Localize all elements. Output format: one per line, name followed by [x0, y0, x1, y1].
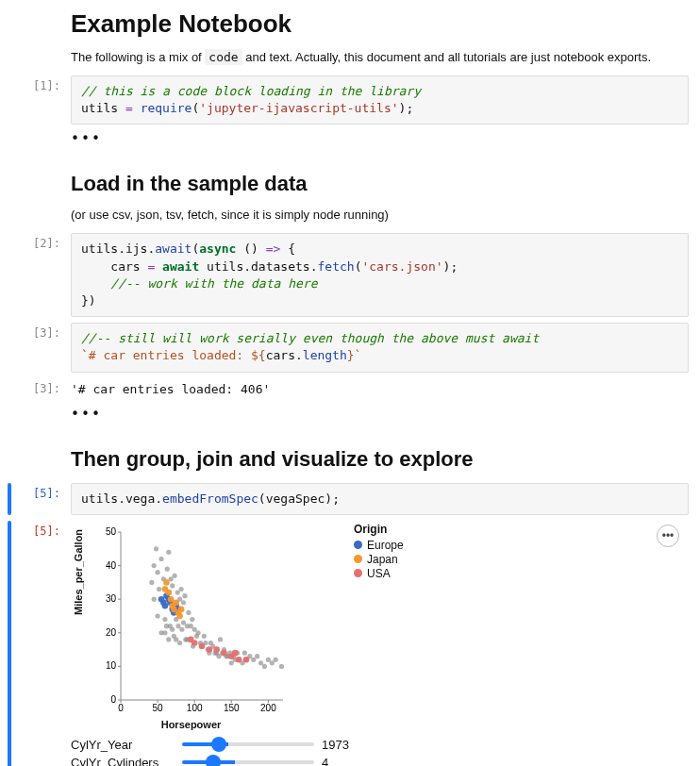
legend-title: Origin	[354, 523, 404, 536]
svg-point-26	[152, 596, 157, 601]
legend-item[interactable]: Japan	[354, 553, 404, 566]
output-text: '# car entries loaded: 406'	[71, 378, 689, 400]
svg-point-95	[258, 660, 263, 665]
svg-point-93	[251, 657, 256, 661]
active-marker	[8, 521, 11, 766]
section-heading-visualize: Then group, join and visualize to explor…	[71, 447, 689, 472]
svg-point-120	[178, 606, 185, 612]
svg-point-55	[181, 600, 186, 605]
svg-point-96	[262, 663, 267, 668]
page-title: Example Notebook	[71, 9, 689, 39]
svg-point-53	[179, 626, 184, 631]
section-sub: (or use csv, json, tsv, fetch, since it …	[71, 208, 689, 222]
svg-point-113	[166, 589, 173, 595]
svg-point-125	[213, 646, 220, 653]
output-cell-5: [5]: ••• Miles_per_Gallon 01020304050050…	[0, 521, 700, 766]
legend-swatch	[354, 541, 362, 549]
input-prompt: [3]:	[0, 326, 60, 340]
svg-point-103	[162, 603, 169, 609]
svg-point-29	[155, 570, 159, 574]
scatter-plot[interactable]: 01020304050050100150200	[94, 526, 288, 715]
svg-text:200: 200	[260, 703, 276, 713]
svg-point-30	[157, 587, 161, 591]
svg-point-50	[177, 641, 182, 645]
svg-point-37	[165, 566, 170, 571]
svg-point-49	[175, 624, 180, 628]
inline-code: code	[205, 49, 242, 65]
slider-label: CylYr_Year	[71, 738, 175, 752]
svg-point-27	[154, 546, 158, 551]
output-prompt: [3]:	[0, 382, 60, 395]
ellipsis-icon: •••	[662, 529, 675, 542]
svg-point-90	[242, 650, 247, 655]
slider-label: CylYr_Cylinders	[71, 756, 175, 766]
input-cell-1: [1]: // this is a code block loading in …	[0, 75, 700, 153]
svg-point-69	[202, 633, 207, 638]
slider-cylinders: CylYr_Cylinders 4	[71, 756, 689, 766]
svg-point-54	[181, 620, 186, 624]
input-cell-3: [3]: //-- still will work serially even …	[0, 323, 700, 372]
chart-y-axis-label: Miles_per_Gallon	[73, 529, 84, 615]
svg-point-124	[207, 646, 213, 653]
slider-value: 1973	[322, 738, 359, 752]
chart-menu-button[interactable]: •••	[657, 525, 679, 547]
svg-point-24	[149, 579, 154, 584]
code-block[interactable]: //-- still will work serially even thoug…	[71, 323, 689, 372]
svg-point-41	[169, 576, 174, 581]
code-block[interactable]: utils.ijs.await(async () => { cars = awa…	[71, 233, 689, 317]
svg-point-128	[232, 650, 239, 657]
svg-point-52	[179, 587, 184, 591]
svg-point-60	[186, 610, 191, 615]
svg-point-42	[170, 626, 175, 631]
svg-point-98	[270, 660, 275, 665]
svg-point-130	[243, 657, 250, 663]
slider-value: 4	[322, 756, 359, 766]
svg-point-45	[172, 573, 176, 577]
svg-text:0: 0	[118, 703, 124, 713]
input-prompt: [2]:	[0, 237, 60, 250]
svg-point-94	[255, 654, 259, 658]
slider-input[interactable]	[182, 742, 314, 746]
svg-text:50: 50	[106, 526, 117, 537]
svg-point-77	[216, 654, 221, 658]
legend-item[interactable]: USA	[354, 567, 404, 580]
svg-text:150: 150	[224, 703, 240, 713]
ellipsis-icon[interactable]: •••	[71, 400, 689, 428]
svg-text:30: 30	[106, 593, 117, 604]
input-prompt: [5]:	[0, 487, 60, 500]
svg-point-64	[192, 626, 197, 631]
chart-x-axis-label: Horsepower	[94, 719, 288, 730]
svg-point-56	[182, 593, 187, 598]
slider-year: CylYr_Year 1973	[71, 738, 689, 752]
input-prompt: [1]:	[0, 79, 60, 92]
svg-point-97	[266, 657, 271, 661]
output-prompt: [5]:	[0, 525, 60, 538]
svg-point-129	[236, 657, 242, 663]
slider-input[interactable]	[182, 760, 314, 764]
svg-text:100: 100	[187, 703, 203, 713]
svg-point-100	[279, 663, 284, 668]
ellipsis-icon[interactable]: •••	[71, 125, 689, 153]
input-cell-5: [5]: utils.vega.embedFromSpec(vegaSpec);	[0, 483, 700, 515]
svg-point-84	[229, 660, 234, 665]
intro-paragraph: The following is a mix of code and text.…	[71, 50, 689, 64]
svg-point-117	[173, 599, 179, 606]
legend-swatch	[354, 555, 362, 563]
code-block[interactable]: utils.vega.embedFromSpec(vegaSpec);	[71, 483, 689, 515]
svg-point-32	[158, 557, 163, 561]
svg-point-122	[192, 640, 198, 646]
svg-point-25	[152, 563, 157, 568]
code-block[interactable]: // this is a code block loading in the l…	[71, 75, 689, 125]
input-cell-2: [2]: utils.ijs.await(async () => { cars …	[0, 233, 700, 317]
svg-text:10: 10	[106, 660, 117, 671]
svg-point-39	[166, 549, 171, 554]
svg-point-112	[163, 579, 170, 586]
svg-text:50: 50	[153, 703, 164, 713]
svg-point-34	[162, 630, 167, 635]
svg-point-99	[274, 657, 278, 661]
svg-point-114	[168, 596, 175, 603]
svg-point-38	[166, 637, 171, 641]
legend-item[interactable]: Europe	[354, 539, 404, 552]
svg-point-46	[174, 637, 178, 641]
svg-point-126	[221, 650, 227, 657]
